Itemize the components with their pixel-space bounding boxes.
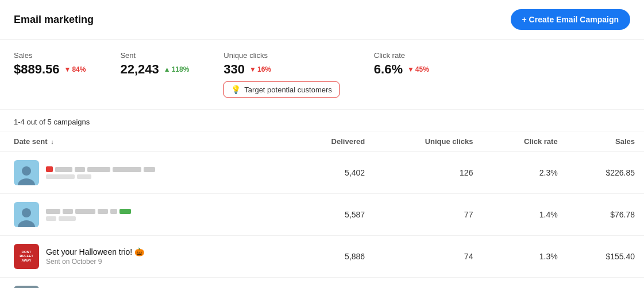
- sales-cell: $155.40: [567, 236, 644, 278]
- stat-sent-label: Sent: [120, 51, 189, 60]
- campaign-cell: 40% OFF Summer ENDS TODAY! Sent on Octob…: [0, 278, 290, 289]
- col-date-sent[interactable]: Date sent ↓: [0, 131, 290, 152]
- stat-click-rate-value: 6.6% ▼ 45%: [374, 62, 429, 77]
- page-header: Email marketing + Create Email Campaign: [0, 0, 644, 40]
- click-rate-cell: 3.2%: [482, 278, 566, 289]
- delivered-cell: 2,631: [290, 278, 374, 289]
- sales-cell: $0.00: [567, 278, 644, 289]
- campaign-thumbnail: [14, 160, 39, 185]
- campaign-info: [14, 202, 280, 227]
- campaign-cell: [0, 194, 290, 236]
- campaign-details: [46, 166, 155, 179]
- svg-point-2: [22, 208, 31, 217]
- campaign-cell: DONTBULLETAWAY Get your Halloween trio! …: [0, 236, 290, 278]
- campaign-cell: [0, 152, 290, 194]
- sales-cell: $226.85: [567, 152, 644, 194]
- svg-point-3: [18, 220, 35, 227]
- click-rate-cell: 1.3%: [482, 236, 566, 278]
- stat-sales-badge: ▼ 84%: [64, 65, 86, 73]
- unique-clicks-cell: 84: [374, 278, 482, 289]
- stat-click-rate-label: Click rate: [374, 51, 429, 60]
- stat-unique-clicks-badge: ▼ 16%: [249, 65, 271, 73]
- col-click-rate: Click rate: [482, 131, 566, 152]
- stat-sent-value: 22,243 ▲ 118%: [120, 62, 189, 77]
- stat-unique-clicks: Unique clicks 330 ▼ 16% 💡 Target potenti…: [223, 51, 339, 98]
- stat-sales-label: Sales: [14, 51, 86, 60]
- campaign-info: [14, 160, 280, 185]
- unique-clicks-cell: 126: [374, 152, 482, 194]
- stat-unique-clicks-value: 330 ▼ 16%: [223, 62, 339, 77]
- stat-sales: Sales $889.56 ▼ 84%: [14, 51, 86, 77]
- stat-unique-clicks-label: Unique clicks: [223, 51, 339, 60]
- table-row[interactable]: DONTBULLETAWAY Get your Halloween trio! …: [0, 236, 644, 278]
- page-title: Email marketing: [14, 14, 94, 26]
- stat-sales-value: $889.56 ▼ 84%: [14, 62, 86, 77]
- sales-cell: $76.78: [567, 194, 644, 236]
- campaigns-count: 1-4 out of 5 campaigns: [0, 110, 644, 131]
- campaign-thumbnail: DONTBULLETAWAY: [14, 244, 39, 269]
- col-delivered: Delivered: [290, 131, 374, 152]
- delivered-cell: 5,587: [290, 194, 374, 236]
- stats-section: Sales $889.56 ▼ 84% Sent 22,243 ▲ 118% U…: [0, 40, 644, 110]
- stat-sent-badge: ▲ 118%: [164, 65, 190, 73]
- delivered-cell: 5,402: [290, 152, 374, 194]
- svg-point-0: [22, 166, 31, 176]
- unique-clicks-cell: 77: [374, 194, 482, 236]
- unique-clicks-cell: 74: [374, 236, 482, 278]
- campaign-thumbnail: [14, 286, 39, 288]
- table-header-row: Date sent ↓ Delivered Unique clicks Clic…: [0, 131, 644, 152]
- campaign-info: 40% OFF Summer ENDS TODAY! Sent on Octob…: [14, 286, 280, 288]
- stat-click-rate: Click rate 6.6% ▼ 45%: [374, 51, 429, 77]
- campaign-thumbnail: [14, 202, 39, 227]
- table-row[interactable]: 5,587 77 1.4% $76.78: [0, 194, 644, 236]
- click-rate-cell: 2.3%: [482, 152, 566, 194]
- col-sales: Sales: [567, 131, 644, 152]
- create-campaign-button[interactable]: + Create Email Campaign: [511, 9, 630, 30]
- campaign-details: [46, 209, 131, 221]
- stat-sent: Sent 22,243 ▲ 118%: [120, 51, 189, 77]
- stat-click-rate-badge: ▼ 45%: [407, 65, 429, 73]
- svg-point-1: [18, 178, 35, 185]
- table-row[interactable]: 5,402 126 2.3% $226.85: [0, 152, 644, 194]
- table-row[interactable]: 40% OFF Summer ENDS TODAY! Sent on Octob…: [0, 278, 644, 289]
- delivered-cell: 5,886: [290, 236, 374, 278]
- click-rate-cell: 1.4%: [482, 194, 566, 236]
- col-unique-clicks: Unique clicks: [374, 131, 482, 152]
- campaign-details: Get your Halloween trio! 🎃 Sent on Octob…: [46, 247, 144, 266]
- target-icon: 💡: [231, 85, 241, 94]
- campaigns-table: Date sent ↓ Delivered Unique clicks Clic…: [0, 131, 644, 288]
- sort-arrow-icon: ↓: [51, 138, 54, 145]
- target-potential-customers-button[interactable]: 💡 Target potential customers: [223, 81, 339, 98]
- campaign-info: DONTBULLETAWAY Get your Halloween trio! …: [14, 244, 280, 269]
